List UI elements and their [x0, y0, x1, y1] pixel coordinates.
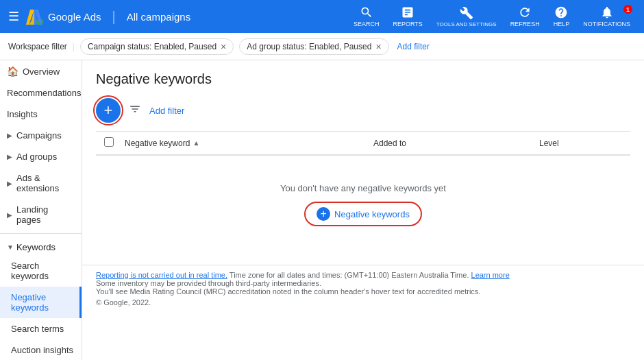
notifications-nav-label: NOTIFICATIONS: [583, 21, 630, 27]
reporting-link[interactable]: Reporting is not carried out in real tim…: [96, 271, 227, 279]
inventory-text: Some inventory may be provided through t…: [96, 279, 630, 287]
sidebar-label-ad-groups: Ad groups: [16, 152, 57, 162]
sidebar-label-search-terms: Search terms: [11, 324, 64, 334]
timezone-text: Time zone for all dates and times: (GMT+…: [230, 271, 469, 279]
workspace-filter-label[interactable]: Workspace filter: [8, 42, 67, 51]
adgroup-filter-chip[interactable]: Ad group status: Enabled, Paused ×: [239, 38, 388, 55]
empty-state: You don't have any negative keywords yet…: [96, 156, 630, 254]
sidebar-item-search-terms[interactable]: Search terms: [0, 318, 82, 339]
home-icon: 🏠: [7, 66, 18, 77]
filter-icon[interactable]: [126, 100, 144, 121]
sidebar-item-negative-keywords[interactable]: Negative keywords: [0, 287, 82, 318]
sidebar-label-overview: Overview: [23, 67, 60, 77]
footer: Reporting is not carried out in real tim…: [82, 265, 644, 312]
refresh-nav-label: REFRESH: [510, 21, 540, 27]
sidebar-arrow-ad-groups: ▶: [7, 153, 12, 160]
expand-keywords-icon: ▼: [7, 243, 14, 251]
sidebar-item-search-keywords[interactable]: Search keywords: [0, 255, 82, 287]
sidebar-label-recommendations: Recommendations: [7, 88, 81, 98]
tools-nav-btn[interactable]: TOOLS AND SETTINGS: [431, 3, 502, 30]
hamburger-icon[interactable]: ☰: [8, 9, 19, 24]
logo-svg: [25, 7, 44, 26]
sidebar-label-ads-extensions: Ads & extensions: [16, 173, 75, 193]
add-button[interactable]: +: [96, 98, 121, 123]
sidebar-label-negative-keywords: Negative keywords: [11, 292, 73, 313]
sidebar-item-ad-groups[interactable]: ▶ Ad groups: [0, 146, 82, 167]
adgroup-filter-remove[interactable]: ×: [375, 41, 381, 52]
add-filter-inline-btn[interactable]: Add filter: [149, 106, 184, 116]
sidebar: 🏠 Overview Recommendations Insights ▶ Ca…: [0, 60, 82, 360]
section-title: All campaigns: [127, 11, 190, 23]
sidebar-label-auction-insights: Auction insights: [11, 345, 73, 355]
col-header-level[interactable]: Level: [539, 139, 622, 148]
col-header-keyword[interactable]: Negative keyword ▲: [125, 139, 373, 148]
sort-arrow-keyword: ▲: [193, 139, 199, 147]
sidebar-arrow-campaigns: ▶: [7, 132, 12, 139]
sidebar-item-overview[interactable]: 🏠 Overview: [0, 60, 82, 82]
toolbar: + Add filter: [96, 98, 630, 123]
sidebar-item-ads-extensions[interactable]: ▶ Ads & extensions: [0, 167, 82, 199]
page-title: Negative keywords: [96, 71, 630, 87]
tools-nav-label: TOOLS AND SETTINGS: [436, 21, 497, 27]
col-header-added-to[interactable]: Added to: [373, 139, 539, 148]
sidebar-label-search-keywords: Search keywords: [11, 261, 75, 281]
add-keyword-btn-label: Negative keywords: [334, 209, 410, 219]
sidebar-label-keywords: Keywords: [16, 242, 55, 252]
add-negative-keywords-btn[interactable]: + Negative keywords: [304, 202, 422, 226]
sidebar-arrow-ads-extensions: ▶: [7, 180, 12, 187]
learn-more-link[interactable]: Learn more: [471, 271, 510, 279]
refresh-nav-btn[interactable]: REFRESH: [505, 3, 545, 30]
google-ads-logo: Google Ads: [25, 7, 101, 26]
sidebar-item-insights[interactable]: Insights: [0, 104, 82, 125]
sidebar-section-keywords[interactable]: ▼ Keywords: [0, 237, 82, 255]
content-area: Negative keywords + Add filter Negative: [82, 60, 644, 360]
copyright-text: © Google, 2022.: [96, 298, 630, 307]
mrc-text: You'll see Media Rating Council (MRC) ac…: [96, 287, 630, 296]
help-nav-btn[interactable]: HELP: [548, 3, 575, 30]
reports-nav-label: REPORTS: [393, 21, 422, 27]
empty-state-text: You don't have any negative keywords yet: [280, 183, 446, 193]
top-nav: ☰ Google Ads | All campaigns SEARCH REPO…: [0, 0, 644, 33]
logo-divider: |: [112, 9, 116, 25]
select-all-checkbox[interactable]: [104, 137, 114, 147]
sidebar-label-landing-pages: Landing pages: [16, 204, 75, 225]
sidebar-item-recommendations[interactable]: Recommendations: [0, 82, 82, 104]
campaign-filter-chip[interactable]: Campaign status: Enabled, Paused ×: [80, 38, 234, 55]
notification-badge: 1: [623, 5, 632, 14]
btn-plus-circle: +: [317, 207, 330, 221]
search-nav-label: SEARCH: [354, 21, 380, 27]
sidebar-label-campaigns: Campaigns: [16, 130, 62, 141]
notifications-nav-btn[interactable]: 1 NOTIFICATIONS: [578, 3, 636, 30]
sidebar-label-insights: Insights: [7, 109, 38, 119]
help-nav-label: HELP: [554, 21, 570, 27]
workspace-divider-1: |: [73, 42, 75, 51]
logo-text: Google Ads: [48, 11, 101, 23]
sidebar-item-auction-insights[interactable]: Auction insights: [0, 339, 82, 360]
workspace-bar: Workspace filter | Campaign status: Enab…: [0, 33, 644, 60]
sidebar-item-landing-pages[interactable]: ▶ Landing pages: [0, 199, 82, 230]
add-filter-link[interactable]: Add filter: [397, 42, 430, 51]
campaign-filter-remove[interactable]: ×: [221, 41, 226, 52]
table-header: Negative keyword ▲ Added to Level: [96, 131, 630, 156]
sidebar-item-campaigns[interactable]: ▶ Campaigns: [0, 125, 82, 146]
sidebar-arrow-landing-pages: ▶: [7, 211, 12, 219]
reports-nav-btn[interactable]: REPORTS: [387, 3, 428, 30]
search-nav-btn[interactable]: SEARCH: [348, 3, 385, 30]
